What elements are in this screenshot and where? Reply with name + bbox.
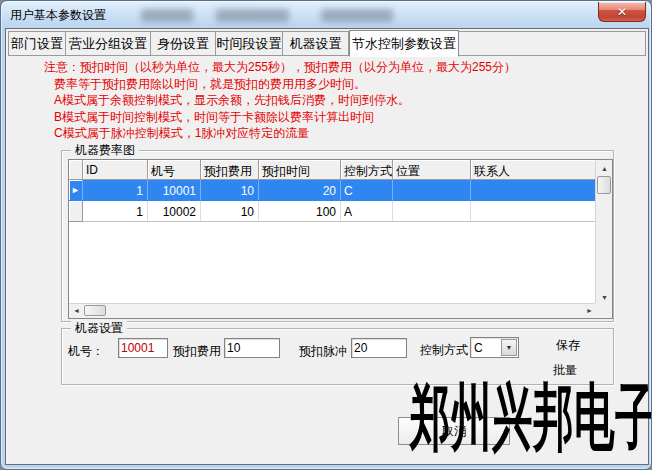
control-mode-value: C bbox=[474, 341, 483, 355]
prededuct-fee-label: 预扣费用 bbox=[173, 343, 221, 360]
scroll-down-icon[interactable]: ▼ bbox=[597, 290, 612, 304]
cell-location[interactable] bbox=[393, 180, 471, 201]
tab-time-period[interactable]: 时间段设置 bbox=[216, 32, 283, 55]
scroll-up-icon[interactable]: ▲ bbox=[597, 161, 612, 175]
row-selector[interactable] bbox=[69, 201, 83, 222]
window-title: 用户基本参数设置 bbox=[10, 7, 106, 24]
cell-id[interactable]: 1 bbox=[83, 201, 148, 222]
close-icon: ✕ bbox=[617, 6, 627, 18]
cell-prededuct-fee[interactable]: 10 bbox=[201, 201, 259, 222]
machine-settings-groupbox: 机器设置 机号： 预扣费用 预扣脉冲 控制方式： C ▼ 保存 批量 bbox=[61, 328, 614, 385]
vertical-scroll-thumb[interactable] bbox=[597, 176, 611, 194]
row-selector-header bbox=[69, 160, 83, 180]
prededuct-pulse-input[interactable] bbox=[351, 338, 407, 358]
cell-prededuct-fee[interactable]: 10 bbox=[201, 180, 259, 201]
tab-bar: 部门设置 营业分组设置 身份设置 时间段设置 机器设置 节水控制参数设置 bbox=[8, 31, 646, 56]
close-button[interactable]: ✕ bbox=[598, 2, 646, 22]
machine-no-label: 机号： bbox=[68, 343, 104, 360]
machine-rate-table: ID 机号 预扣费用 预扣时间 控制方式 位置 联系人 ► 1 10001 10… bbox=[68, 159, 613, 319]
scroll-left-icon[interactable]: ◄ bbox=[70, 304, 83, 317]
groupbox-title: 机器费率图 bbox=[71, 143, 139, 157]
table-row[interactable]: 1 10002 10 100 A bbox=[69, 201, 597, 222]
tab-water-control-params[interactable]: 节水控制参数设置 bbox=[349, 30, 459, 57]
groupbox-title: 机器设置 bbox=[71, 321, 127, 335]
save-button[interactable]: 保存 bbox=[556, 337, 580, 354]
column-header-prededuct-time[interactable]: 预扣时间 bbox=[259, 160, 341, 180]
chevron-down-icon[interactable]: ▼ bbox=[501, 339, 517, 356]
column-header-machine-no[interactable]: 机号 bbox=[148, 160, 201, 180]
tab-identity[interactable]: 身份设置 bbox=[151, 32, 216, 55]
notice-line: A模式属于余额控制模式，显示余额，先扣钱后消费，时间到停水。 bbox=[44, 92, 634, 109]
column-header-id[interactable]: ID bbox=[83, 160, 148, 180]
column-header-contact[interactable]: 联系人 bbox=[471, 160, 597, 180]
cell-contact[interactable] bbox=[471, 201, 597, 222]
cell-machine-no[interactable]: 10001 bbox=[148, 180, 201, 201]
column-header-prededuct-fee[interactable]: 预扣费用 bbox=[201, 160, 259, 180]
cell-location[interactable] bbox=[393, 201, 471, 222]
cell-prededuct-time[interactable]: 100 bbox=[259, 201, 341, 222]
scrollbar-corner bbox=[595, 303, 612, 318]
prededuct-fee-input[interactable] bbox=[224, 338, 280, 358]
horizontal-scrollbar[interactable]: ◄ ► bbox=[69, 303, 597, 318]
cell-control-mode[interactable]: A bbox=[341, 201, 393, 222]
tab-machine[interactable]: 机器设置 bbox=[283, 32, 349, 55]
column-header-location[interactable]: 位置 bbox=[393, 160, 471, 180]
row-marker-icon: ► bbox=[69, 180, 83, 201]
machine-rate-groupbox: 机器费率图 ID 机号 预扣费用 预扣时间 控制方式 位置 联系人 ► 1 bbox=[61, 150, 614, 322]
prededuct-pulse-label: 预扣脉冲 bbox=[299, 343, 347, 360]
tab-department[interactable]: 部门设置 bbox=[9, 32, 66, 55]
notice-line: 费率等于预扣费用除以时间，就是预扣的费用用多少时间。 bbox=[44, 76, 634, 93]
cell-prededuct-time[interactable]: 20 bbox=[259, 180, 341, 201]
column-header-control-mode[interactable]: 控制方式 bbox=[341, 160, 393, 180]
notice-line: 注意：预扣时间（以秒为单位，最大为255秒），预扣费用（以分为单位，最大为255… bbox=[44, 59, 634, 76]
cell-contact[interactable] bbox=[471, 180, 597, 201]
blurred-watermark bbox=[141, 9, 193, 22]
dialog-content: 部门设置 营业分组设置 身份设置 时间段设置 机器设置 节水控制参数设置 注意：… bbox=[5, 28, 649, 465]
machine-no-input[interactable] bbox=[118, 338, 168, 358]
blurred-watermark bbox=[321, 9, 393, 22]
table-row[interactable]: ► 1 10001 10 20 C bbox=[69, 180, 597, 201]
horizontal-scroll-thumb[interactable] bbox=[84, 305, 106, 316]
notice-block: 注意：预扣时间（以秒为单位，最大为255秒），预扣费用（以分为单位，最大为255… bbox=[44, 59, 634, 142]
cell-machine-no[interactable]: 10002 bbox=[148, 201, 201, 222]
control-mode-select[interactable]: C ▼ bbox=[470, 337, 519, 358]
title-bar[interactable]: 用户基本参数设置 ✕ bbox=[1, 1, 651, 28]
notice-line: B模式属于时间控制模式，时间等于卡额除以费率计算出时间 bbox=[44, 109, 634, 126]
tab-business-group[interactable]: 营业分组设置 bbox=[66, 32, 151, 55]
cell-control-mode[interactable]: C bbox=[341, 180, 393, 201]
batch-button[interactable]: 批量 bbox=[553, 362, 577, 379]
app-window: 用户基本参数设置 ✕ 部门设置 营业分组设置 身份设置 时间段设置 机器设置 节… bbox=[0, 0, 652, 470]
vertical-scrollbar[interactable]: ▲ ▼ bbox=[595, 160, 612, 305]
cancel-button[interactable]: 取消 bbox=[398, 417, 510, 445]
cell-id[interactable]: 1 bbox=[83, 180, 148, 201]
notice-line: C模式属于脉冲控制模式，1脉冲对应特定的流量 bbox=[44, 125, 634, 142]
blurred-watermark bbox=[216, 9, 289, 22]
table-header-row: ID 机号 预扣费用 预扣时间 控制方式 位置 联系人 bbox=[69, 160, 597, 180]
